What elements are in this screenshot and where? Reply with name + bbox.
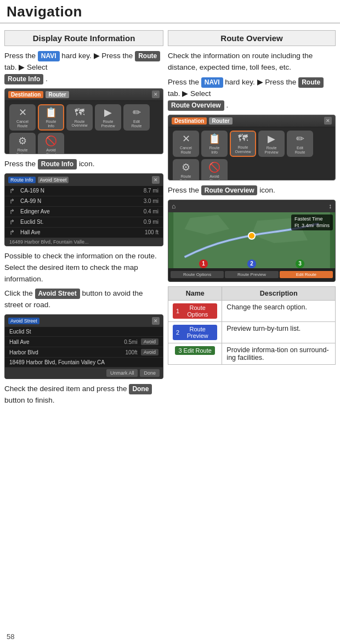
avoid-item-1: Euclid St — [5, 327, 163, 337]
screen2-icon-grid: ✕ CancelRoute 📋 RouteInfo 🗺 RouteOvervie… — [168, 127, 335, 180]
unmark-all-btn[interactable]: Unmark All — [106, 369, 138, 377]
route-preview-btn: 2 Route Preview — [173, 325, 217, 340]
table-header-name: Name — [168, 286, 222, 300]
avoid-footer: Unmark All Done — [5, 368, 163, 379]
press-text-1: Press the — [4, 160, 38, 168]
route-dist-3: 0.4 mi — [144, 208, 158, 214]
right-para-2: Press the NAVI hard key. ▶ Press the Rou… — [168, 77, 336, 111]
right-section-title: Route Overview — [168, 30, 336, 46]
right-p2-text1: Press the — [168, 78, 201, 86]
route-options-icon-2: ⚙ — [182, 161, 190, 173]
route-list-item-3: ↱ Edinger Ave 0.4 mi — [5, 207, 163, 217]
route-tab-badge-1: Route — [135, 51, 160, 61]
table-header-description: Description — [222, 286, 336, 300]
avoid-dist-2: 0.5mi — [124, 339, 137, 345]
route-dist-2: 3.0 mi — [144, 198, 158, 204]
map-topbar: ⌂ ↕ — [168, 200, 335, 212]
cancel-route-label-2: CancelRoute — [180, 146, 192, 154]
route-overview-table: Name Description 1 Route Options Change … — [168, 286, 336, 365]
left-column: Display Route Information Press the NAVI… — [4, 30, 163, 410]
screen1-topbar: Destination Router ✕ — [5, 89, 163, 101]
avoid-screen-topbar-label: Avoid Street — [8, 318, 39, 324]
route-overview-icon-2: 🗺 — [238, 133, 248, 144]
table-name-cell-1: 1 Route Options — [168, 300, 222, 321]
map-info-box: Fastest TimeFt 3.4mi 8mins — [291, 214, 333, 230]
turn-icon-4: ↱ — [9, 218, 17, 226]
page-header: Navigation — [0, 0, 340, 24]
screen1-dest-label: Destination — [8, 91, 43, 98]
right-column: Route Overview Check the information on … — [168, 30, 336, 410]
page-title: Navigation — [7, 3, 333, 20]
avoid-item-2: Hall Ave 0.5mi Avoid — [5, 337, 163, 347]
table-desc-cell-3: Provide informa-tion on surround-ing fac… — [222, 343, 336, 364]
left-p1-text2: hard key. ▶ Press the — [61, 52, 135, 60]
turn-icon-2: ↱ — [9, 197, 17, 205]
map-btn-route-preview[interactable]: Route Preview — [225, 271, 278, 278]
route-preview-label: RoutePreview — [101, 120, 115, 128]
route-options-icon: ⚙ — [18, 135, 27, 147]
row3-label: Edit Route — [184, 347, 212, 354]
avoid-street-topbar-badge: Avoid Street — [38, 177, 69, 183]
page-body: Display Route Information Press the NAVI… — [0, 24, 340, 416]
done-btn-avoid[interactable]: Done — [140, 369, 160, 377]
route-options-btn: 1 Route Options — [173, 303, 217, 319]
left-para-1: Press the NAVI hard key. ▶ Press the Rou… — [4, 50, 163, 85]
route-list-item-2: ↱ CA-99 N 3.0 mi — [5, 196, 163, 207]
route-list-item-5: ↱ Hall Ave 100 ft — [5, 228, 163, 238]
route-info-icon: 📋 — [45, 106, 57, 118]
left-para-3: Possible to check the information on the… — [4, 251, 163, 285]
avoid-action-2[interactable]: Avoid — [141, 338, 158, 345]
cancel-route-label: CancelRoute — [16, 120, 29, 128]
edit-route-label: EditRoute — [132, 120, 142, 128]
right-p2-end: . — [226, 101, 228, 109]
route-options-label: RouteOptions — [16, 148, 29, 154]
done-badge: Done — [129, 384, 152, 394]
route-options-icon-cell: ⚙ RouteOptions — [9, 133, 36, 154]
route-name-1: CA-169 N — [20, 188, 140, 194]
route-list-item-1: ↱ CA-169 N 8.7 mi — [5, 186, 163, 196]
map-btn-route-options[interactable]: Route Options — [171, 271, 224, 278]
route-list-screen: Route Info Avoid Street ✕ ↱ CA-169 N 8.7… — [4, 173, 163, 246]
edit-route-icon-cell-2: ✏ EditRoute — [287, 131, 313, 157]
row3-num: 3 — [178, 347, 182, 354]
map-num-3: 3 — [296, 259, 304, 268]
cancel-route-icon-cell-2: ✕ CancelRoute — [173, 131, 199, 157]
map-num-1: 1 — [199, 259, 208, 268]
icon-text-1: icon. — [79, 160, 95, 168]
press-text-2: Press the — [168, 186, 201, 194]
table-name-cell-3: 3 Edit Route — [168, 343, 222, 364]
route-overview-icon-cell-2: 🗺 RouteOverview — [230, 131, 256, 157]
avoid-name-1: Euclid St — [9, 329, 158, 335]
route-info-badge-2: Route Info — [38, 159, 77, 170]
finish-text: button to finish. — [4, 396, 55, 404]
route-preview-icon-2: ▶ — [268, 133, 275, 145]
route-options-icon-cell-2: ⚙ RouteOptions — [173, 159, 199, 180]
nav-screen-2: Destination Router ✕ ✕ CancelRoute 📋 Rou… — [168, 115, 336, 180]
route-list-topbar: Route Info Avoid Street ✕ — [5, 174, 163, 186]
turn-icon-5: ↱ — [9, 229, 17, 236]
route-preview-icon: ▶ — [104, 106, 112, 118]
right-para-1: Check the information on route including… — [168, 50, 336, 74]
left-p1-text1: Press the — [4, 52, 38, 60]
route-overview-badge-1: Route Overview — [168, 100, 224, 111]
route-name-5: Hall Ave — [20, 229, 141, 235]
map-topbar-home-icon: ⌂ — [172, 202, 175, 210]
screen2-close-icon: ✕ — [324, 117, 332, 125]
avoid-street-label: AvoidStreet — [46, 148, 56, 154]
route-overview-icon-cell: 🗺 RouteOverview — [66, 104, 93, 131]
click-text: Click the — [4, 289, 35, 297]
screen1-close-icon: ✕ — [152, 91, 160, 98]
route-list-footer: 16489 Harbor Blvd, Fountain Valle... — [5, 238, 163, 246]
left-p1-end: . — [46, 75, 48, 83]
route-overview-badge-2: Route Overview — [201, 185, 258, 196]
screen1-router-label: Router — [46, 91, 69, 98]
table-desc-cell-2: Preview turn-by-turn list. — [222, 321, 336, 343]
table-desc-cell-1: Change the search option. — [222, 300, 336, 321]
left-para-5: Check the desired item and press the Don… — [4, 383, 163, 406]
route-list-item-4: ↱ Euclid St. 0.9 mi — [5, 217, 163, 228]
left-para-4: Click the Avoid Street button to avoid t… — [4, 288, 163, 311]
map-btn-edit-route[interactable]: Edit Route — [280, 271, 333, 278]
table-row-1: 1 Route Options Change the search option… — [168, 300, 336, 321]
icon-text-2: icon. — [259, 186, 275, 194]
avoid-action-3[interactable]: Avoid — [141, 349, 158, 355]
